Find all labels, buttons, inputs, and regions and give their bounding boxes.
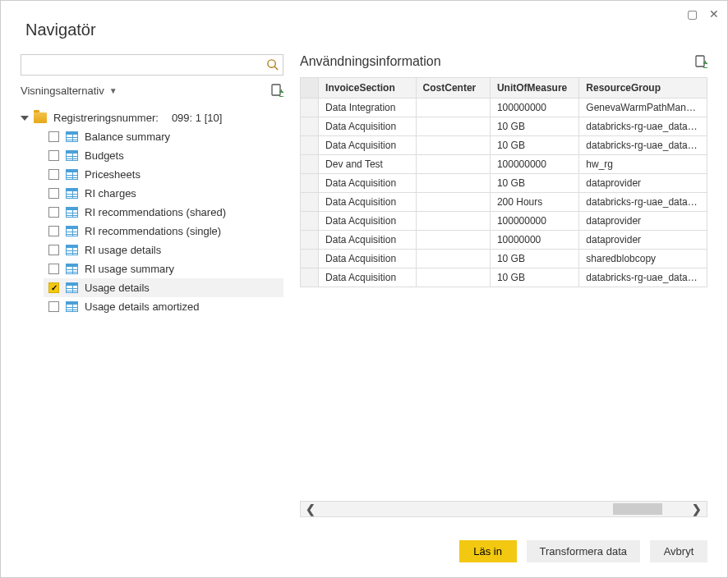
cell: 10 GB [490,174,578,193]
preview-table: InvoiceSectionCostCenterUnitOfMeasureRes… [300,77,707,287]
table-row[interactable]: Data Integration100000000GenevaWarmPathM… [301,99,707,117]
cell: Dev and Test [319,155,416,174]
cell: 100000000 [490,99,578,117]
cell [416,250,490,268]
cell: 10 GB [490,268,578,287]
search-input[interactable] [21,54,283,76]
cell: 10 GB [490,250,578,268]
tree-item-label: RI recommendations (shared) [85,206,226,218]
row-gutter [301,136,319,155]
tree-item[interactable]: RI charges [44,184,283,203]
column-header[interactable]: InvoiceSection [319,78,416,99]
row-gutter [301,99,319,117]
folder-icon [34,112,47,123]
search-icon[interactable] [266,58,279,71]
tree-root-label: Registreringsnummer: [53,112,159,124]
tree-item-label: Usage details [85,282,150,294]
tree-item[interactable]: Pricesheets [44,165,283,184]
cell [416,231,490,250]
checkbox[interactable] [48,169,59,180]
transform-button[interactable]: Transformera data [527,540,640,562]
scroll-track[interactable] [320,502,687,516]
checkbox[interactable] [48,150,59,161]
tree-item-label: Pricesheets [85,168,141,181]
cell [416,212,490,231]
cell [416,174,490,193]
cell: Data Acquisition [319,117,416,136]
tree-item[interactable]: Balance summary [44,127,283,146]
row-gutter [301,250,319,268]
checkbox[interactable] [48,282,59,293]
table-row[interactable]: Data Acquisition10 GBdatabricks-rg-uae_d… [301,268,707,287]
checkbox[interactable] [48,131,59,142]
cell: 100000000 [490,155,578,174]
cell: hw_rg [579,155,707,174]
row-gutter [301,174,319,193]
row-header-spacer [301,78,319,99]
table-row[interactable]: Data Acquisition10 GBdatabricks-rg-uae_d… [301,117,707,136]
table-row[interactable]: Data Acquisition100000000dataprovider [301,212,707,231]
cell [416,155,490,174]
cell: 10 GB [490,136,578,155]
checkbox[interactable] [48,301,59,312]
table-icon [66,150,78,161]
tree-item[interactable]: RI recommendations (single) [44,222,283,241]
table-row[interactable]: Data Acquisition10000000dataprovider [301,231,707,250]
checkbox[interactable] [48,226,59,236]
tree-item-label: RI recommendations (single) [85,225,221,237]
scroll-left-icon[interactable]: ❮ [301,502,320,516]
checkbox[interactable] [48,245,59,255]
scroll-thumb[interactable] [613,503,662,515]
tree-root[interactable]: Registreringsnummer: 099: 1 [10] [21,108,283,127]
table-icon [66,245,78,255]
column-header[interactable]: UnitOfMeasure [490,78,578,99]
display-options-dropdown[interactable]: Visningsalternativ ▼ [21,85,117,97]
table-row[interactable]: Data Acquisition10 GBdatabricks-rg-uae_d… [301,136,707,155]
cell: databricks-rg-uae_databricks- [579,268,707,287]
tree-item[interactable]: RI recommendations (shared) [44,203,283,222]
cell: databricks-rg-uae_databricks- [579,136,707,155]
table-row[interactable]: Data Acquisition200 Hoursdatabricks-rg-u… [301,193,707,212]
maximize-icon[interactable]: ▢ [687,7,698,21]
cell: databricks-rg-uae_databricks- [579,117,707,136]
tree-item[interactable]: Usage details amortized [44,297,283,316]
tree-item[interactable]: Budgets [44,146,283,165]
table-row[interactable]: Data Acquisition10 GBdataprovider [301,174,707,193]
tree-item[interactable]: RI usage details [44,241,283,259]
table-icon [66,301,78,312]
tree-item-label: RI usage details [85,244,161,256]
row-gutter [301,155,319,174]
column-header[interactable]: ResourceGroup [579,78,707,99]
horizontal-scrollbar[interactable]: ❮ ❯ [300,501,707,517]
cell: Data Acquisition [319,174,416,193]
checkbox[interactable] [48,264,59,274]
row-gutter [301,268,319,287]
tree-item[interactable]: RI usage summary [44,259,283,278]
row-gutter [301,117,319,136]
table-row[interactable]: Dev and Test100000000hw_rg [301,155,707,174]
cell: dataprovider [579,212,707,231]
checkbox[interactable] [48,207,59,218]
close-icon[interactable]: ✕ [709,7,719,21]
table-icon [66,226,78,236]
svg-point-0 [268,60,275,67]
table-icon [66,188,78,199]
table-row[interactable]: Data Acquisition10 GBsharedblobcopy [301,250,707,268]
cell: 100000000 [490,212,578,231]
cell: dataprovider [579,231,707,250]
refresh-icon[interactable] [270,84,283,97]
cancel-button[interactable]: Avbryt [650,540,707,562]
column-header[interactable]: CostCenter [416,78,490,99]
preview-refresh-icon[interactable] [694,55,707,68]
scroll-right-icon[interactable]: ❯ [687,502,707,516]
load-button[interactable]: Läs in [459,540,517,562]
cell [416,99,490,117]
checkbox[interactable] [48,188,59,199]
tree-item[interactable]: Usage details [44,278,283,297]
row-gutter [301,193,319,212]
table-icon [66,264,78,274]
cell [416,117,490,136]
window-title: Navigatör [1,1,727,54]
tree-item-label: Usage details amortized [85,300,199,313]
cell: Data Acquisition [319,250,416,268]
